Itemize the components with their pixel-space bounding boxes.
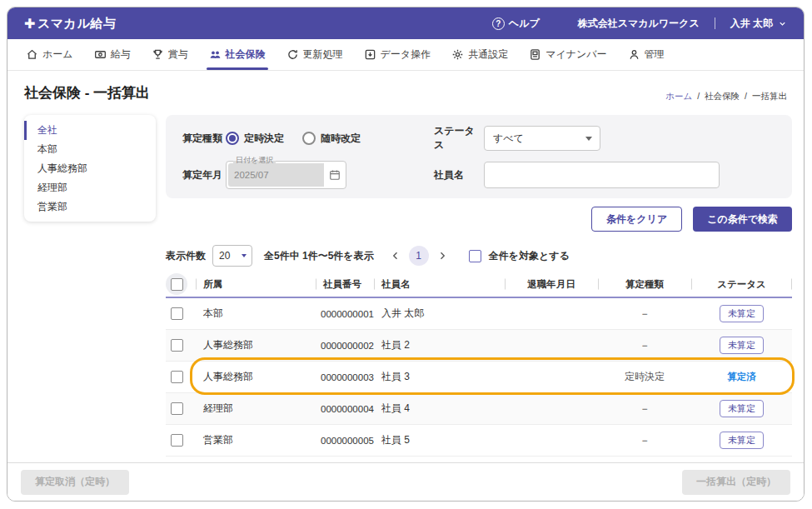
- employee-name-input[interactable]: [484, 162, 720, 188]
- radio-label: 随時改定: [321, 132, 361, 146]
- date-value: 2025/07: [227, 170, 269, 180]
- data-operation-icon: [364, 48, 376, 61]
- sidebar-item-all-company[interactable]: 全社: [24, 121, 156, 140]
- logo-plus-icon: ✚: [24, 16, 36, 32]
- row-checkbox[interactable]: [171, 371, 183, 383]
- table-row-highlighted[interactable]: 人事総務部 0000000003 社員 3 定時決定 算定済: [166, 362, 792, 393]
- divider: [715, 17, 715, 29]
- cell-employee-no: 0000000002: [316, 341, 374, 351]
- user-menu[interactable]: 入井 太郎: [730, 17, 787, 31]
- list-controls: 表示件数 20 全5件中 1件〜5件を表示 1 全件を対象とする: [166, 245, 792, 267]
- nav-label: 共通設定: [468, 47, 508, 62]
- cell-employee-name: 社員 3: [374, 370, 505, 384]
- cell-calc-type: −: [598, 403, 691, 415]
- chevron-left-icon[interactable]: [391, 251, 401, 261]
- calc-month-datepicker[interactable]: 日付を選択 2025/07: [226, 161, 346, 189]
- cell-employee-no: 0000000001: [316, 309, 374, 319]
- row-checkbox[interactable]: [171, 339, 183, 352]
- help-button[interactable]: ヘルプ: [492, 17, 540, 31]
- employee-table: 所属 社員番号 社員名 退職年月日 算定種類 ステータス 本部 00000000…: [166, 272, 792, 457]
- nav-label: 給与: [111, 47, 131, 62]
- sidebar-item-label: 営業部: [37, 200, 67, 214]
- breadcrumb-separator: /: [745, 91, 747, 102]
- top-bar: ✚スマカル給与 ヘルプ 株式会社スマカルワークス 入井 太郎: [7, 7, 804, 39]
- nav-tab-admin[interactable]: 管理: [628, 39, 665, 70]
- company-name: 株式会社スマカルワークス: [578, 17, 700, 31]
- table-row[interactable]: 経理部 0000000004 社員 4 − 未算定: [166, 393, 792, 425]
- col-header-calc-type: 算定種類: [598, 278, 691, 291]
- help-label: ヘルプ: [509, 17, 540, 31]
- search-button[interactable]: この条件で検索: [693, 207, 792, 232]
- app-window: ✚スマカル給与 ヘルプ 株式会社スマカルワークス 入井 太郎 ホーム 給与: [7, 7, 805, 502]
- refresh-icon: [286, 48, 299, 61]
- sidebar-item-label: 経理部: [37, 181, 67, 195]
- cell-department: 本部: [196, 307, 316, 321]
- row-checkbox[interactable]: [171, 434, 183, 447]
- col-header-employee-no: 社員番号: [316, 278, 374, 291]
- select-all-targets[interactable]: 全件を対象とする: [469, 249, 570, 263]
- date-floating-label: 日付を選択: [233, 156, 276, 165]
- cell-employee-no: 0000000003: [316, 372, 374, 382]
- col-header-status: ステータス: [691, 278, 792, 291]
- col-header-department: 所属: [196, 278, 316, 291]
- cell-calc-type: −: [598, 340, 691, 352]
- page-size-select[interactable]: 20: [212, 245, 252, 267]
- cell-employee-name: 社員 4: [374, 402, 505, 416]
- page-title: 社会保険 - 一括算出: [24, 83, 150, 102]
- header-checkbox[interactable]: [171, 278, 183, 291]
- table-row[interactable]: 営業部 0000000005 社員 5 − 未算定: [166, 425, 792, 457]
- chevron-right-icon[interactable]: [437, 251, 447, 261]
- status-select[interactable]: すべて: [484, 126, 600, 151]
- select-all-checkbox[interactable]: [469, 250, 481, 262]
- help-icon: [492, 17, 505, 30]
- status-badge: 未算定: [720, 337, 764, 354]
- status-badge: 未算定: [720, 400, 764, 417]
- app-logo: ✚スマカル給与: [24, 16, 116, 32]
- social-insurance-icon: [209, 48, 222, 61]
- cancel-calculation-button[interactable]: 算定取消（定時）: [21, 470, 129, 495]
- table-row[interactable]: 人事総務部 0000000002 社員 2 − 未算定: [166, 330, 792, 362]
- nav-tab-payroll[interactable]: 給与: [94, 39, 131, 70]
- nav-tab-my-number[interactable]: マイナンバー: [529, 39, 606, 70]
- nav-tab-home[interactable]: ホーム: [26, 39, 73, 70]
- nav-tab-data-operation[interactable]: データ操作: [364, 39, 431, 70]
- radio-icon: [302, 132, 316, 145]
- page-number-button[interactable]: 1: [409, 246, 429, 266]
- main-nav: ホーム 給与 賞与 社会保険 更新処理 データ操作 共通設定 マイナンバー: [7, 39, 804, 71]
- sidebar-item-headquarters[interactable]: 本部: [24, 140, 156, 159]
- header-checkbox-cell: [166, 273, 196, 295]
- sidebar-item-sales[interactable]: 営業部: [24, 197, 156, 217]
- calc-type-label: 算定種類: [182, 132, 226, 146]
- radio-teiji-kettei[interactable]: 定時決定: [226, 132, 284, 146]
- nav-tab-social-insurance[interactable]: 社会保険: [209, 39, 266, 70]
- cell-employee-name: 社員 5: [374, 433, 505, 447]
- breadcrumb-home-link[interactable]: ホーム: [665, 91, 692, 102]
- row-checkbox[interactable]: [171, 402, 183, 415]
- nav-tab-update-process[interactable]: 更新処理: [286, 39, 343, 70]
- table-row[interactable]: 本部 0000000001 入井 太郎 − 未算定: [166, 298, 792, 330]
- clear-conditions-button[interactable]: 条件をクリア: [591, 207, 682, 232]
- search-filter-panel: 算定種類 定時決定 随時改定 ステータス すべて: [166, 115, 792, 198]
- cell-employee-no: 0000000005: [316, 436, 374, 446]
- cell-employee-no: 0000000004: [316, 404, 374, 414]
- status-link-calculated[interactable]: 算定済: [727, 372, 756, 382]
- cell-department: 営業部: [196, 433, 316, 447]
- home-icon: [26, 48, 38, 61]
- breadcrumb: ホーム / 社会保険 / 一括算出: [665, 91, 787, 102]
- status-select-value: すべて: [493, 132, 524, 146]
- nav-tab-common-settings[interactable]: 共通設定: [451, 39, 508, 70]
- breadcrumb-section: 社会保険: [705, 91, 740, 102]
- sidebar-item-label: 人事総務部: [37, 162, 87, 176]
- nav-tab-bonus[interactable]: 賞与: [152, 39, 188, 70]
- sidebar-item-accounting[interactable]: 経理部: [24, 178, 156, 197]
- breadcrumb-current: 一括算出: [752, 91, 787, 102]
- radio-label: 定時決定: [244, 132, 284, 146]
- salary-icon: [94, 48, 107, 61]
- sidebar-item-hr-general[interactable]: 人事総務部: [24, 159, 156, 178]
- radio-icon: [226, 132, 239, 145]
- radio-zuiji-kaitei[interactable]: 随時改定: [302, 132, 361, 146]
- batch-calculate-button[interactable]: 一括算出（定時）: [682, 470, 790, 495]
- chevron-down-icon: [778, 19, 787, 28]
- page-size-value: 20: [219, 250, 230, 262]
- row-checkbox[interactable]: [171, 307, 183, 320]
